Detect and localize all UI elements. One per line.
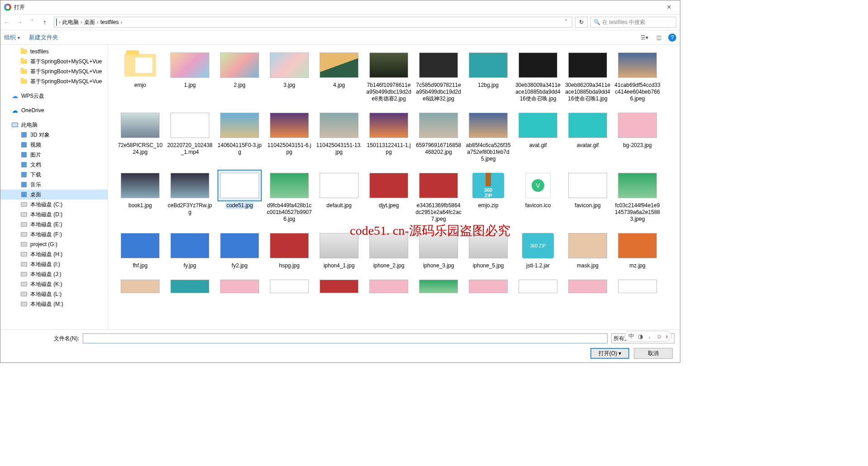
file-item[interactable]	[165, 277, 215, 297]
file-item[interactable]: 30eb86209a3411eace10885bda9dd416使命召唤1.jp…	[563, 50, 613, 102]
file-item[interactable]: avatar.gif	[563, 110, 613, 162]
new-folder-button[interactable]: 新建文件夹	[29, 33, 58, 42]
tree-item[interactable]: 基于SpringBoot+MySQL+Vue	[0, 57, 108, 67]
file-item[interactable]: 72e58PICRSC_1024.jpg	[115, 110, 165, 162]
tree-item[interactable]: 本地磁盘 (F:)	[0, 229, 108, 239]
file-item[interactable]: mask.jpg	[563, 231, 613, 269]
file-item[interactable]	[513, 277, 563, 297]
tree-item[interactable]: 本地磁盘 (J:)	[0, 269, 108, 279]
nav-forward-button[interactable]: →	[13, 16, 26, 29]
open-button[interactable]: 打开(O) ▾	[590, 348, 629, 359]
file-item[interactable]: 4.jpg	[314, 50, 364, 102]
nav-back-button[interactable]: ←	[0, 16, 13, 29]
tree-item[interactable]: 基于SpringBoot+MySQL+Vue	[0, 67, 108, 76]
ime-language-bar[interactable]: 中 ◑ ， ☺ ›	[624, 331, 672, 342]
tree-item[interactable]: 本地磁盘 (K:)	[0, 279, 108, 289]
close-button[interactable]: ×	[660, 3, 678, 11]
file-item[interactable]: favicon.jpg	[563, 171, 613, 223]
file-item[interactable]: 7b146f10978611ea95b499dbc19d2de8奥德赛2.jpg	[364, 50, 414, 102]
file-item[interactable]: Vfavicon.ico	[513, 171, 563, 223]
organize-menu[interactable]: 组织▼	[4, 33, 21, 42]
tree-item[interactable]: 视频	[0, 140, 108, 150]
file-item[interactable]: bg-2023.jpg	[613, 110, 662, 162]
file-item[interactable]	[115, 277, 165, 297]
tree-item[interactable]: 本地磁盘 (E:)	[0, 219, 108, 229]
tree-item[interactable]: 此电脑	[0, 120, 108, 130]
file-item[interactable]: avat.gif	[513, 110, 563, 162]
tree-item[interactable]: 3D 对象	[0, 130, 108, 140]
file-item[interactable]: djyt.jpeg	[364, 171, 414, 223]
file-item[interactable]: 110425043151-6.jpg	[264, 110, 314, 162]
tree-item[interactable]: ☁OneDrive	[0, 105, 108, 115]
file-item[interactable]: 360 ZIPjstl-1.2.jar	[513, 231, 563, 269]
file-item[interactable]: 7c585d90978211ea95b499dbc19d2de8战神32.jpg	[414, 50, 463, 102]
file-item[interactable]: book1.jpg	[115, 171, 165, 223]
file-item[interactable]	[563, 277, 613, 297]
filename-input[interactable]	[83, 333, 608, 343]
breadcrumb-seg[interactable]: 此电脑	[62, 19, 79, 26]
file-item[interactable]: d9fcb449fa428b1cc001b40527b99076.jpg	[264, 171, 314, 223]
file-item[interactable]: fy.jpg	[165, 231, 215, 269]
tree-item[interactable]: ☁WPS云盘	[0, 91, 108, 101]
file-item[interactable]: hspg.jpg	[264, 231, 314, 269]
file-grid[interactable]: code51. cn-源码乐园盗图必究 emjo1.jpg2.jpg3.jpg4…	[108, 45, 680, 329]
file-item[interactable]	[215, 277, 264, 297]
file-item[interactable]: emjo	[115, 50, 165, 102]
file-item[interactable]: 140604115F0-3.jpg	[215, 110, 264, 162]
tree-item[interactable]: 音乐	[0, 180, 108, 190]
view-mode-button[interactable]: ☰▾	[639, 33, 649, 43]
search-input[interactable]: 🔍 在 testfiles 中搜索	[590, 17, 676, 28]
file-item[interactable]	[264, 277, 314, 297]
breadcrumb-seg[interactable]: testfiles	[100, 19, 119, 25]
file-item[interactable]: mz.jpg	[613, 231, 662, 269]
file-item[interactable]: 30eb38009a3411eace10885bda9dd416使命召唤.jpg	[513, 50, 563, 102]
file-item[interactable]	[463, 277, 513, 297]
file-item[interactable]: 1.jpg	[165, 50, 215, 102]
file-item[interactable]: 20220720_102438_1.mp4	[165, 110, 215, 162]
help-button[interactable]: ?	[668, 33, 676, 42]
file-item[interactable]: 360ZIPemjo.zip	[463, 171, 513, 223]
file-item[interactable]: 659796916716858468202.jpg	[414, 110, 463, 162]
tree-item[interactable]: 基于SpringBoot+MySQL+Vue	[0, 76, 108, 86]
preview-pane-button[interactable]: ◫	[654, 33, 664, 43]
file-item[interactable]: fhf.jpg	[115, 231, 165, 269]
file-item[interactable]: iphone_5.jpg	[463, 231, 513, 269]
cancel-button[interactable]: 取消	[634, 348, 673, 359]
file-item[interactable]: ab85f4c6ca526f35a752ef80b1feb7d5.jpeg	[463, 110, 513, 162]
refresh-button[interactable]: ↻	[575, 17, 588, 28]
file-item[interactable]: default.jpg	[314, 171, 364, 223]
file-item[interactable]: 150113122411-1.jpg	[364, 110, 414, 162]
file-item[interactable]	[613, 277, 662, 297]
tree-item[interactable]: 文档	[0, 160, 108, 170]
nav-recent-button[interactable]: ˅	[26, 16, 38, 29]
file-item[interactable]: 12bg.jpg	[463, 50, 513, 102]
tree-item[interactable]: 本地磁盘 (H:)	[0, 249, 108, 259]
tree-item[interactable]: 桌面	[0, 190, 108, 200]
tree-item[interactable]: 本地磁盘 (C:)	[0, 200, 108, 209]
breadcrumb-dropdown[interactable]: ˅	[562, 19, 570, 25]
file-item[interactable]: iphon4_1.jpg	[314, 231, 364, 269]
tree-item[interactable]: 本地磁盘 (M:)	[0, 299, 108, 309]
tree-item[interactable]: project (G:)	[0, 239, 108, 249]
tree-item[interactable]: 本地磁盘 (L:)	[0, 289, 108, 299]
file-item[interactable]: code51.jpg	[215, 171, 264, 223]
nav-up-button[interactable]: ↑	[38, 16, 51, 29]
breadcrumb-seg[interactable]: 桌面	[84, 19, 95, 26]
file-item[interactable]	[414, 277, 463, 297]
sidebar-tree[interactable]: testfiles基于SpringBoot+MySQL+Vue基于SpringB…	[0, 45, 108, 329]
file-item[interactable]: iphone_2.jpg	[364, 231, 414, 269]
file-item[interactable]: 41cab69df54ccd33c414ee604beb7666.jpeg	[613, 50, 662, 102]
file-item[interactable]	[364, 277, 414, 297]
file-item[interactable]: 110425043151-13.jpg	[314, 110, 364, 162]
file-item[interactable]: fy2.jpg	[215, 231, 264, 269]
tree-item[interactable]: 本地磁盘 (D:)	[0, 209, 108, 219]
tree-item[interactable]: testfiles	[0, 47, 108, 57]
tree-item[interactable]: 下载	[0, 170, 108, 180]
file-item[interactable]: fc03c2144f94e1e9145739a6a2e15883.jpeg	[613, 171, 662, 223]
tree-item[interactable]: 本地磁盘 (I:)	[0, 259, 108, 269]
file-item[interactable]: 2.jpg	[215, 50, 264, 102]
file-item[interactable]	[314, 277, 364, 297]
file-item[interactable]: ceBd2F3Yz7Rw.jpg	[165, 171, 215, 223]
breadcrumb[interactable]: › 此电脑 › 桌面 › testfiles › ˅	[54, 17, 572, 28]
file-item[interactable]: 3.jpg	[264, 50, 314, 102]
